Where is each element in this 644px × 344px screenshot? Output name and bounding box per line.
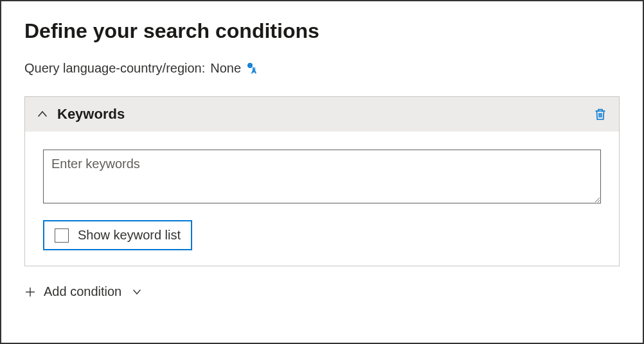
svg-text:字: 字 bbox=[252, 67, 256, 71]
page-title: Define your search conditions bbox=[24, 19, 620, 43]
keywords-panel-header: Keywords bbox=[25, 97, 619, 132]
keywords-panel: Keywords Show keyword list bbox=[24, 96, 620, 266]
keywords-input[interactable] bbox=[43, 150, 601, 203]
delete-icon[interactable] bbox=[593, 107, 607, 121]
translate-icon[interactable]: 字 bbox=[246, 62, 259, 75]
keywords-panel-body: Show keyword list bbox=[25, 132, 619, 266]
query-language-row: Query language-country/region: None 字 bbox=[24, 61, 620, 76]
add-condition-label: Add condition bbox=[44, 284, 121, 299]
show-keyword-list-label: Show keyword list bbox=[78, 228, 181, 243]
query-language-label: Query language-country/region: bbox=[24, 61, 205, 76]
chevron-down-icon bbox=[132, 287, 142, 297]
query-language-value: None bbox=[210, 61, 241, 76]
show-keyword-list-container: Show keyword list bbox=[43, 220, 192, 250]
add-condition-button[interactable]: Add condition bbox=[24, 282, 142, 302]
collapse-icon[interactable] bbox=[37, 108, 48, 120]
plus-icon bbox=[24, 286, 36, 298]
show-keyword-list-checkbox[interactable] bbox=[55, 228, 69, 243]
keywords-panel-title: Keywords bbox=[57, 106, 584, 123]
